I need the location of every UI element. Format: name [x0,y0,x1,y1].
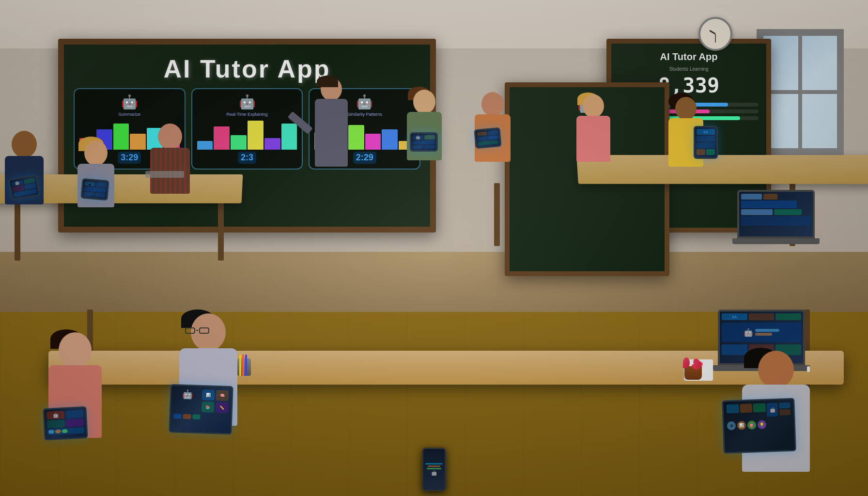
s10-airpod [807,366,810,372]
s4-screen: 🤖 [411,134,436,150]
s8-ds5 [47,427,85,435]
s9-lens-right [199,327,209,334]
s8-ds2 [65,410,84,418]
s9-robot-icon: 🤖 [174,388,201,410]
lfc-side-bars [755,329,779,336]
s5ds-5 [478,140,499,146]
student-back-left-3 [150,124,190,194]
clock-hands [706,24,725,44]
student10-tablet: 🤖 ⚙ 📊 🎯 💡 [722,398,796,453]
lfc-t1: EA [722,313,747,320]
ls-block-3 [741,201,797,208]
s10-dot1: ⚙ [727,421,736,431]
s4ds-5 [424,145,435,149]
s5ds-3 [478,136,488,141]
clock-minute-hand [715,34,716,43]
right-panel-title: AI Tutor App [619,51,759,62]
s9-bar2 [183,414,191,419]
student-back-right-2 [475,92,511,162]
s2ds-3 [84,186,106,192]
student-front-left: 🤖 [48,332,102,438]
laptop-screen-content [739,192,813,236]
s9-g3: 📚 [202,402,215,413]
s9-screen: 🤖 📊 🧠 📚 ✏️ [170,386,232,433]
ls-block-4 [741,209,773,215]
s2ds-2 [96,182,107,187]
s5-screen [476,129,500,147]
s7-icon2 [706,149,715,155]
s9-g1: 📊 [202,389,215,401]
table-leg-back-left-1 [15,202,20,261]
s2ds-4 [84,192,94,197]
lfc-sb2 [755,333,772,336]
blackboard-cards: 🤖 Summarize 3:29 🤖 Real-Time Explaining [74,88,420,170]
card-num-3: 2:29 [353,152,376,164]
student-front-right: 🤖 ⚙ 📊 🎯 💡 [742,351,810,472]
bb-card-realtime: 🤖 Real-Time Explaining 2:3 [191,88,303,170]
s10-mg2-col [779,403,790,417]
card-label-2: Real-Time Explaining [197,112,297,118]
s9-bar3 [192,414,201,419]
s9-bar1 [173,414,182,419]
lfc-t3 [775,313,801,320]
student1-tablet-screen: 🤖 [10,176,39,199]
s4ds-2 [424,135,435,140]
student-back-right-3 [576,94,610,162]
pencil-cup-body [237,358,251,376]
right-panel-subtitle: Students Learning [619,66,759,72]
student2-tablet-screen: 📱 [82,180,108,199]
student5-tablet [474,127,501,149]
s7-row1: EA [697,129,715,135]
s8-dot2 [55,430,61,434]
s8-ds1: 🤖 [46,411,65,419]
card-num-2: 2:3 [238,152,256,164]
lfc-main-panel: 🤖 [722,323,801,342]
s10-tg2 [740,403,752,413]
ls-block-2 [763,194,777,200]
ps-bar-1 [425,463,442,465]
s10-tg3 [753,403,766,413]
ps-bar-2 [428,465,440,467]
s5ds-2 [488,130,498,135]
robot-icon-2: 🤖 [197,94,297,110]
card-label-1: Summarize [79,112,180,118]
pencil-3 [245,355,247,376]
s10-dot2: 📊 [737,421,746,430]
teacher [315,78,348,167]
s7-icon1 [697,149,705,155]
lfc-robot-emoji: 🤖 [744,328,753,337]
ls-block-5 [774,209,802,215]
plant [683,356,703,380]
ps-bar-3 [427,468,442,469]
s9-lens-left [185,327,195,334]
ls-row-4 [741,216,811,226]
plant-leaves [683,357,703,368]
robot-icon-1: 🤖 [79,94,180,110]
s10-screen: 🤖 ⚙ 📊 🎯 💡 [723,400,795,452]
s9-bottom-row [173,414,200,420]
table-leg-back-right-2 [494,183,500,246]
student-back-right-1: 🤖 [407,90,442,160]
lfc-sb1 [755,329,779,332]
student-back-left-2: 📱 [78,140,114,207]
student7-tablet: EA [694,126,718,159]
s7-row2 [697,136,715,141]
s8-screen: 🤖 [44,408,86,439]
pencil-1 [239,355,241,376]
s10-mg2b [779,409,790,416]
s8-dot3 [62,429,68,434]
phone-bottom-screen: 🤖 [423,449,445,490]
s7-row3 [697,142,715,148]
ls-block-6 [741,216,811,226]
student9-tablet: 🤖 📊 🧠 📚 ✏️ [169,384,233,434]
ls-row-1 [741,194,811,200]
clock [698,17,732,51]
s5ds-4 [488,135,498,140]
laptop-screen [737,190,815,238]
student-back-right-4: EA [668,97,703,167]
laptop-back-right [737,190,820,244]
s9-g2: 🧠 [216,390,229,401]
s7-icons [697,149,715,155]
ls-row-2 [741,201,811,208]
laptop-base [732,238,820,244]
